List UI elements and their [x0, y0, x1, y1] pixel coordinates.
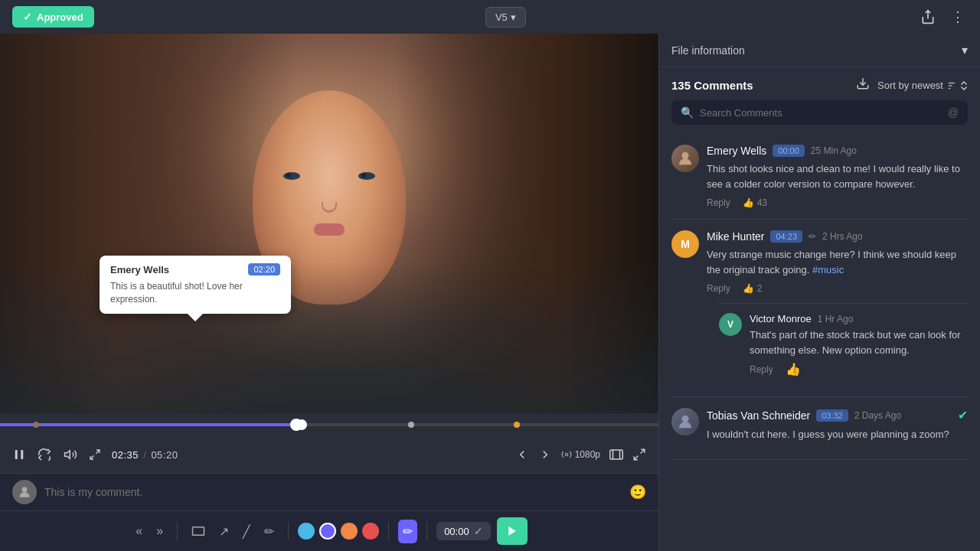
timeline-progress	[0, 423, 296, 426]
emoji-button[interactable]: 🙂	[629, 484, 646, 500]
divider-4	[426, 522, 427, 540]
comment-body-2: Mike Hunter 04:23 ✏ 2 Hrs Ago Very stran…	[707, 230, 968, 386]
avatar-tobias	[671, 408, 699, 435]
rectangle-tool[interactable]	[187, 521, 210, 541]
portrait-bg	[0, 34, 658, 413]
comment-meta-3: Tobias Van Schneider 03:32 2 Days Ago ✔	[707, 408, 968, 422]
like-count-2: 2	[757, 283, 763, 294]
approved-badge[interactable]: ✓ Approved	[12, 6, 94, 28]
annotation-header: Emery Wells 02:20	[110, 263, 280, 276]
reply-age-1: 1 Hr Ago	[818, 314, 854, 324]
resolved-icon-3[interactable]: ✔	[958, 408, 968, 422]
color-purple[interactable]	[319, 523, 336, 540]
comment-meta-2: Mike Hunter 04:23 ✏ 2 Hrs Ago	[707, 230, 968, 243]
active-draw-tool[interactable]: ✏	[398, 520, 417, 543]
svg-marker-2	[65, 451, 70, 459]
hashtag-music[interactable]: #music	[812, 264, 844, 276]
timeline-dot-mike	[514, 422, 520, 428]
shape-tools-group: ↗ ╱ ✏	[187, 520, 279, 543]
comment-actions-1: Reply 👍 43	[707, 197, 968, 208]
like-icon-1[interactable]: 👍	[743, 197, 754, 208]
more-options-button[interactable]: ⋮	[948, 5, 968, 28]
reply-author-1: Victor Monroe	[750, 313, 812, 324]
at-icon[interactable]: @	[948, 106, 959, 119]
sidebar-header: File information ▾	[659, 34, 980, 67]
svg-point-16	[681, 152, 688, 159]
video-area[interactable]: Emery Wells 02:20 This is a beautiful sh…	[0, 34, 658, 413]
prev-frame-button[interactable]: «	[131, 520, 147, 543]
reply-meta-1: Victor Monroe 1 Hr Ago	[750, 313, 968, 324]
reply-button-1[interactable]: Reply	[707, 197, 730, 208]
comment-timebadge-3[interactable]: 03:32	[816, 409, 848, 422]
divider-3	[388, 522, 389, 540]
svg-point-9	[22, 487, 28, 492]
download-icon[interactable]	[856, 77, 870, 94]
file-info-title: File information	[671, 44, 745, 57]
reply-actions-1: Reply 👍	[750, 362, 968, 377]
top-bar: ✓ Approved V5 ▾ ⋮	[0, 0, 980, 34]
share-button[interactable]	[917, 6, 939, 28]
fullscreen-button[interactable]	[632, 448, 646, 461]
version-selector[interactable]: V5 ▾	[485, 7, 526, 28]
like-group-2: 👍 2	[743, 283, 763, 294]
svg-point-17	[681, 416, 688, 422]
like-icon-2[interactable]: 👍	[743, 283, 754, 294]
reply-button-2[interactable]: Reply	[707, 283, 730, 294]
prev-button[interactable]	[515, 448, 529, 461]
comment-input[interactable]	[44, 486, 622, 498]
total-time: 05:20	[151, 449, 178, 461]
search-icon: 🔍	[681, 106, 694, 119]
color-red[interactable]	[362, 523, 379, 540]
resize-button[interactable]	[89, 448, 101, 461]
timeline-dot-current	[296, 419, 307, 430]
timestamp-check[interactable]: ✓	[474, 525, 483, 537]
comment-author-2: Mike Hunter	[707, 230, 764, 243]
controls-bar: 02:35 / 05:20 108	[0, 436, 658, 473]
reply-like-icon[interactable]: 👍	[786, 362, 801, 377]
drawing-toolbar: « » ↗ ╱ ✏ ✏	[0, 510, 658, 551]
send-button[interactable]	[497, 517, 528, 545]
comment-main-3: Tobias Van Schneider 03:32 2 Days Ago ✔ …	[671, 408, 968, 448]
time-display: 02:35 / 05:20	[112, 449, 178, 461]
commenter-avatar	[12, 480, 37, 504]
loop-button[interactable]	[37, 448, 52, 461]
next-button[interactable]	[538, 448, 552, 461]
volume-button[interactable]	[63, 448, 78, 461]
annotation-text: This is a beautiful shot! Love her expre…	[110, 280, 280, 306]
video-frame	[0, 34, 658, 413]
quality-label: 1080p	[575, 449, 600, 460]
annotation-author: Emery Wells	[110, 264, 169, 276]
sort-selector[interactable]: Sort by newest	[877, 80, 968, 91]
crop-view-button[interactable]	[609, 449, 623, 460]
like-group-1: 👍 43	[743, 197, 767, 208]
svg-rect-1	[21, 450, 23, 459]
comment-author-3: Tobias Van Schneider	[707, 409, 810, 422]
search-input[interactable]	[700, 107, 942, 119]
avatar-emery	[671, 145, 699, 172]
comment-main-2: M Mike Hunter 04:23 ✏ 2 Hrs Ago Very str…	[671, 230, 968, 386]
annotation-bubble[interactable]: Emery Wells 02:20 This is a beautiful sh…	[100, 256, 291, 314]
line-tool[interactable]: ╱	[238, 520, 255, 543]
comment-text-2: Very strange music change here? I think …	[707, 247, 968, 277]
reply-reply-button[interactable]: Reply	[750, 364, 773, 375]
comment-timebadge-2[interactable]: 04:23	[770, 230, 802, 243]
color-orange[interactable]	[341, 523, 358, 540]
freehand-tool[interactable]: ✏	[260, 520, 279, 543]
left-eye	[283, 172, 300, 180]
file-info-chevron[interactable]: ▾	[962, 43, 968, 57]
next-frame-button[interactable]: »	[152, 520, 168, 543]
quality-selector[interactable]: 1080p	[561, 449, 600, 460]
play-pause-button[interactable]	[12, 448, 26, 461]
video-panel: Emery Wells 02:20 This is a beautiful sh…	[0, 34, 658, 551]
edit-icon-2[interactable]: ✏	[808, 231, 816, 242]
color-cyan[interactable]	[298, 523, 315, 540]
colors-group	[298, 523, 379, 540]
comment-timebadge-1[interactable]: 00:00	[773, 145, 805, 157]
arrow-tool[interactable]: ↗	[214, 520, 234, 543]
comment-text-3: I wouldn't cut here. I guess you were pl…	[707, 427, 968, 442]
timeline[interactable]	[0, 413, 658, 436]
comment-actions-2: Reply 👍 2	[707, 283, 968, 294]
portrait-eyes	[283, 172, 375, 180]
timeline-dot	[33, 422, 39, 428]
comment-text-1: This shot looks nice and clean to me! I …	[707, 161, 968, 191]
